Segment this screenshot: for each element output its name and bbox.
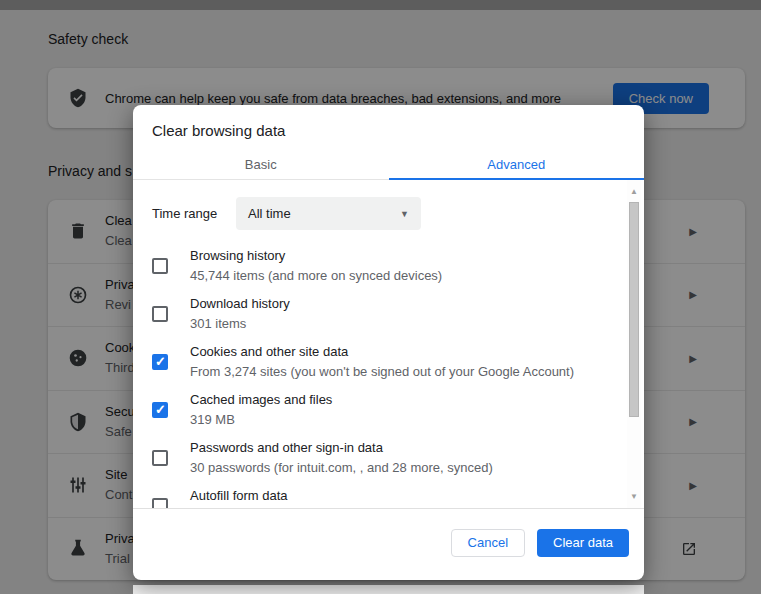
clear-browsing-data-dialog: Clear browsing data Basic Advanced Time … bbox=[133, 105, 644, 580]
item-browsing-history: Browsing history 45,744 items (and more … bbox=[152, 242, 644, 290]
scrollbar-down-arrow-icon[interactable]: ▼ bbox=[627, 490, 641, 504]
cookies-checkbox[interactable] bbox=[152, 354, 168, 370]
item-label: Cookies and other site data bbox=[190, 344, 348, 359]
tab-basic[interactable]: Basic bbox=[133, 150, 389, 179]
item-label: Autofill form data bbox=[190, 488, 288, 503]
cancel-button[interactable]: Cancel bbox=[451, 529, 525, 557]
item-detail: 319 MB bbox=[190, 410, 332, 430]
dialog-tabs: Basic Advanced bbox=[133, 150, 644, 180]
item-label: Passwords and other sign-in data bbox=[190, 440, 383, 455]
browsing-history-checkbox[interactable] bbox=[152, 258, 168, 274]
item-cookies: Cookies and other site data From 3,274 s… bbox=[152, 338, 644, 386]
item-autofill: Autofill form data bbox=[152, 482, 644, 509]
dialog-scrollbar[interactable]: ▲ ▼ bbox=[627, 180, 641, 508]
time-range-value: All time bbox=[248, 206, 291, 221]
scrollbar-up-arrow-icon[interactable]: ▲ bbox=[627, 185, 641, 199]
download-history-checkbox[interactable] bbox=[152, 306, 168, 322]
bottom-edge-strip bbox=[133, 585, 644, 594]
item-cached-images: Cached images and files 319 MB bbox=[152, 386, 644, 434]
item-label: Browsing history bbox=[190, 248, 285, 263]
dialog-title: Clear browsing data bbox=[133, 105, 644, 150]
dialog-scroll-area: Time range All time ▼ Browsing history 4… bbox=[133, 180, 644, 509]
item-detail: 301 items bbox=[190, 314, 290, 334]
time-range-label: Time range bbox=[152, 206, 236, 221]
item-detail: From 3,274 sites (you won't be signed ou… bbox=[190, 362, 574, 382]
passwords-checkbox[interactable] bbox=[152, 450, 168, 466]
item-download-history: Download history 301 items bbox=[152, 290, 644, 338]
time-range-row: Time range All time ▼ bbox=[152, 197, 644, 230]
chevron-down-icon: ▼ bbox=[400, 209, 409, 219]
item-label: Download history bbox=[190, 296, 290, 311]
cached-images-checkbox[interactable] bbox=[152, 402, 168, 418]
item-detail bbox=[190, 506, 288, 509]
scrollbar-thumb[interactable] bbox=[629, 202, 639, 417]
tab-advanced[interactable]: Advanced bbox=[389, 150, 645, 179]
item-detail: 30 passwords (for intuit.com, , and 28 m… bbox=[190, 458, 493, 478]
autofill-checkbox[interactable] bbox=[152, 498, 168, 509]
dialog-footer: Cancel Clear data bbox=[133, 509, 644, 576]
item-detail: 45,744 items (and more on synced devices… bbox=[190, 266, 442, 286]
clear-data-button[interactable]: Clear data bbox=[537, 529, 629, 557]
item-passwords: Passwords and other sign-in data 30 pass… bbox=[152, 434, 644, 482]
item-label: Cached images and files bbox=[190, 392, 332, 407]
time-range-select[interactable]: All time ▼ bbox=[236, 197, 421, 230]
